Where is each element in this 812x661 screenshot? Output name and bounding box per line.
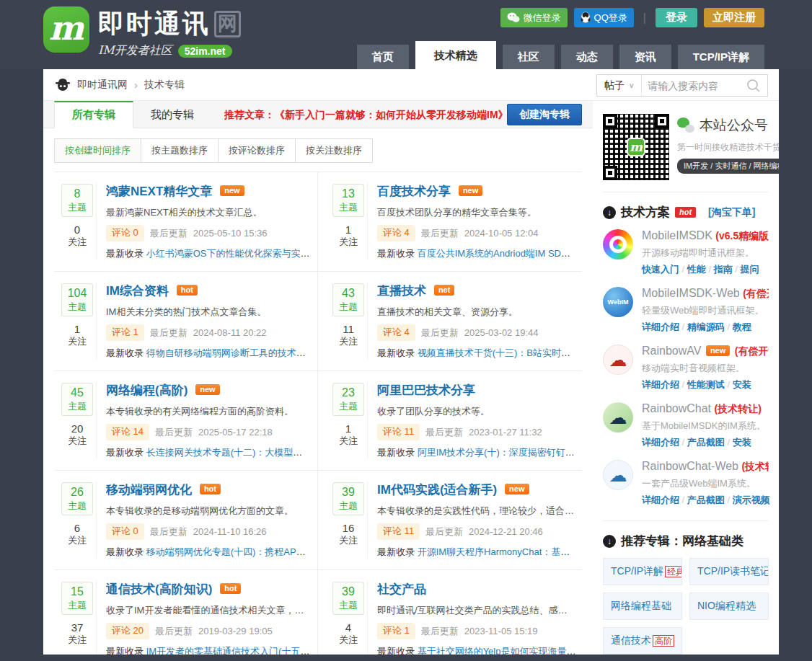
comment-count-badge[interactable]: 评论 14 xyxy=(106,424,149,440)
product-name-link[interactable]: MobileIMSDK xyxy=(642,229,712,241)
comment-count-badge[interactable]: 评论 11 xyxy=(377,424,420,440)
comment-count-badge[interactable]: 评论 11 xyxy=(377,523,420,540)
latest-article-link[interactable]: IM开发者的零基础通信技术入门(十五)：... xyxy=(146,646,312,655)
product-name-link[interactable]: RainbowChat xyxy=(642,402,711,414)
product-link[interactable]: 安装 xyxy=(733,437,751,448)
product-name-link[interactable]: MobileIMSDK-Web xyxy=(642,287,740,299)
nav-tab[interactable]: 社区 xyxy=(503,45,555,69)
topic-label: 主题 xyxy=(62,301,92,314)
product-link[interactable]: 详细介绍 xyxy=(642,437,679,448)
create-album-button[interactable]: 创建淘专辑 xyxy=(507,104,582,125)
last-update-time: 2019-03-29 19:05 xyxy=(198,626,273,636)
taobao-order-link[interactable]: [淘宝下单] xyxy=(708,206,755,219)
sort-option-button[interactable]: 按主题数排序 xyxy=(141,138,219,163)
recommended-album-button[interactable]: 通信技术高阶 xyxy=(603,627,682,655)
product-link[interactable]: 详细介绍 xyxy=(642,321,679,332)
comment-count-badge[interactable]: 评论 0 xyxy=(106,225,144,241)
nav-tab[interactable]: TCP/IP详解 xyxy=(678,45,764,69)
site-logo[interactable]: m 即时通讯 网 IM开发者社区 52im.net xyxy=(43,6,241,58)
latest-article-link[interactable]: 阿里IM技术分享(十)：深度揭密钉钉后端... xyxy=(418,447,576,458)
latest-included-label: 最新收录 xyxy=(106,347,146,358)
product-link[interactable]: 精编源码 xyxy=(687,321,725,332)
comment-count-badge[interactable]: 评论 4 xyxy=(377,225,415,241)
product-link[interactable]: 快速入门 xyxy=(642,264,679,275)
nav-tab[interactable]: 技术精选 xyxy=(415,41,496,69)
tab-my-albums[interactable]: 我的专辑 xyxy=(133,101,211,128)
latest-article-link[interactable]: 小红书鸿蒙OS下的性能优化探索与实践(... xyxy=(146,248,312,259)
album-title-link[interactable]: 移动端弱网优化 xyxy=(106,483,192,497)
latest-article-link[interactable]: 基于社交网络的Yelp是如何实现海量用户... xyxy=(418,646,576,655)
album-title-link[interactable]: 鸿蒙NEXT精华文章 xyxy=(106,185,212,198)
register-button[interactable]: 立即注册 xyxy=(704,8,764,27)
product-note: (技术转让) xyxy=(741,461,769,472)
product-link[interactable]: 安装 xyxy=(733,379,751,390)
album-stats: 13 主题 1 关注 xyxy=(325,183,367,260)
search-category-dropdown[interactable]: 帖子 ∨ xyxy=(597,75,642,96)
latest-article-link[interactable]: 长连接网关技术专题(十二)：大模型时代... xyxy=(146,447,312,458)
follow-label: 关注 xyxy=(330,236,367,249)
product-link[interactable]: 指南 xyxy=(714,264,733,275)
tab-all-albums[interactable]: 所有专辑 xyxy=(54,101,133,128)
product-note: (有偿开源) xyxy=(743,288,769,299)
recommended-album-label: 网络编程基础 xyxy=(611,600,671,611)
product-link[interactable]: 性能 xyxy=(687,264,706,275)
wechat-login-button[interactable]: 微信登录 xyxy=(500,8,568,27)
album-title-link[interactable]: 社交产品 xyxy=(377,582,426,596)
latest-article-link[interactable]: 百度公共IM系统的Andriod端IM SDK组件... xyxy=(418,248,576,259)
nav-tab[interactable]: 动态 xyxy=(561,45,613,69)
recommended-album-button[interactable]: TCP/IP详解经典 xyxy=(603,558,682,585)
product-link[interactable]: 产品截图 xyxy=(687,494,725,505)
comment-count-badge[interactable]: 评论 1 xyxy=(377,623,415,639)
product-link[interactable]: 详细介绍 xyxy=(642,379,679,390)
album-title-link[interactable]: 阿里巴巴技术分享 xyxy=(377,383,475,397)
product-link[interactable]: 详细介绍 xyxy=(642,494,679,505)
recommended-article-link[interactable]: 推荐文章：《新手入门一篇就够：如何开始从零开发移动端IM》 xyxy=(224,101,508,128)
latest-article-link[interactable]: 得物自研移动端弱网诊断工具的技术实践... xyxy=(146,347,312,358)
product-link[interactable]: 性能测试 xyxy=(687,379,725,390)
product-link[interactable]: 产品截图 xyxy=(687,437,725,448)
topic-label: 主题 xyxy=(333,500,363,513)
sidebar: m 本站公众号 第一时间接收精选技术干货 IM开发 / 实时通信 / 网络编程 … xyxy=(593,101,779,655)
topic-label: 主题 xyxy=(333,599,363,612)
login-button[interactable]: 登录 xyxy=(656,8,697,27)
product-link[interactable]: 教程 xyxy=(733,321,751,332)
qq-login-button[interactable]: QQ登录 xyxy=(574,8,634,27)
comment-count-badge[interactable]: 评论 0 xyxy=(106,523,144,540)
search-button[interactable] xyxy=(740,75,767,96)
sort-option-button[interactable]: 按评论数排序 xyxy=(218,138,296,163)
product-link[interactable]: 提问 xyxy=(741,264,759,275)
last-update-label: 最后更新 xyxy=(421,327,459,340)
product-name-link[interactable]: RainbowChat-Web xyxy=(642,460,738,472)
latest-article-link[interactable]: 视频直播技术干货(十三)：B站实时视频... xyxy=(418,347,576,358)
album-title-link[interactable]: IM代码实践(适合新手) xyxy=(377,483,497,497)
product-links: 详细介绍 / 性能测试 / 安装 xyxy=(642,378,769,391)
product-item: WebIM MobileIMSDK-Web (有偿开源) 轻量级Web端即时通讯… xyxy=(603,287,769,334)
breadcrumb-site-link[interactable]: 即时通讯网 xyxy=(77,79,128,92)
search-input[interactable] xyxy=(642,80,740,92)
recommended-album-button[interactable]: NIO编程精选 xyxy=(689,593,769,620)
sort-option-button[interactable]: 按关注数排序 xyxy=(295,138,373,163)
album-stats: 39 主题 16 关注 xyxy=(325,482,367,559)
nav-tab[interactable]: 首页 xyxy=(357,45,409,69)
rainbow-ring-icon xyxy=(603,229,633,259)
album-badge: new xyxy=(459,185,482,196)
latest-article-link[interactable]: 移动端弱网优化专题(十四)：携程APP移... xyxy=(146,546,312,557)
album-title-link[interactable]: 通信技术(高阶知识) xyxy=(106,582,212,596)
follow-label: 关注 xyxy=(58,435,96,448)
comment-count-badge[interactable]: 评论 1 xyxy=(106,324,144,341)
latest-article-link[interactable]: 开源IM聊天程序HarmonyChat：基于鸿... xyxy=(418,546,576,557)
last-update-time: 2023-11-05 15:19 xyxy=(464,626,538,636)
comment-count-badge[interactable]: 评论 4 xyxy=(377,324,415,341)
album-title-link[interactable]: 直播技术 xyxy=(377,284,426,298)
comment-count-badge[interactable]: 评论 20 xyxy=(106,623,149,639)
product-name-link[interactable]: RainbowAV xyxy=(642,345,701,357)
album-title-link[interactable]: 百度技术分享 xyxy=(377,185,451,198)
recommended-album-button[interactable]: TCP/IP读书笔记 xyxy=(689,558,769,585)
sort-option-button[interactable]: 按创建时间排序 xyxy=(54,138,141,163)
nav-tab[interactable]: 资讯 xyxy=(619,45,671,69)
recommended-album-button[interactable]: 网络编程基础 xyxy=(603,593,682,620)
follow-count: 16 xyxy=(330,522,367,534)
album-title-link[interactable]: IM综合资料 xyxy=(106,284,169,298)
product-link[interactable]: 演示视频 xyxy=(733,494,770,505)
album-title-link[interactable]: 网络编程(高阶) xyxy=(106,383,187,397)
